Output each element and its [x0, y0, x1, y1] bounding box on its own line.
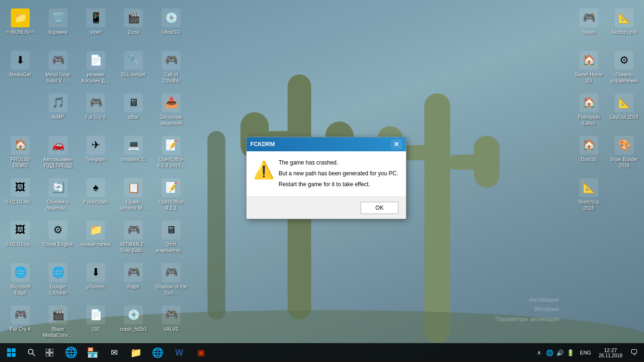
desktop-icon-stylebuilder[interactable]: 🎨Style Builder 2016: [606, 132, 642, 174]
desktop-icon-desktop0b[interactable]: 🖼0-02-01-ca…: [2, 217, 38, 259]
steam-label: Steam: [582, 29, 596, 35]
desktop-icon-novayapapka[interactable]: 📁Новая папка: [78, 217, 114, 259]
desktop-icon-dllhelper[interactable]: 🔧DLL Helper: [116, 47, 151, 90]
desktop-icon-korzina[interactable]: 🗑️Корзина: [40, 5, 76, 47]
desktop-icon-desktop0[interactable]: 🖼0-02-01-4d…: [2, 174, 38, 217]
desktop-icon-telegram[interactable]: ✈Telegram: [78, 132, 114, 174]
layout2016-icon: 📐: [615, 93, 634, 112]
dllhelper-label: DLL Helper: [121, 72, 146, 78]
system-tray-icons: 🌐 🔊 🔋: [544, 343, 576, 362]
aimp-label: AIMP: [52, 114, 64, 120]
desktop-icon-pokerstars[interactable]: ♠PokerStars: [78, 174, 114, 217]
language-indicator[interactable]: ENG: [577, 343, 594, 362]
task-view-button[interactable]: [41, 343, 58, 362]
steam-icon: 🎮: [579, 8, 598, 27]
dialog-ok-button[interactable]: OK: [361, 202, 398, 214]
desktop-icon-hitman2[interactable]: 🎮HITMAN 2 - Gold Editi…: [116, 217, 151, 259]
system-tray-overflow[interactable]: ∧: [535, 343, 543, 362]
desktop-icon-raptr[interactable]: 🎮Raptr: [116, 259, 151, 302]
network-icon[interactable]: 🌐: [546, 349, 553, 356]
volume-icon[interactable]: 🔊: [556, 349, 564, 356]
desktop-icon-zona[interactable]: 🎬Zona: [116, 5, 151, 47]
desktop-icon-crashht2b1[interactable]: 💿crash_ht2b1: [116, 302, 151, 344]
sketchup2016-label: SketchUp 2016: [573, 199, 605, 211]
ultraiso-label: UltraISO: [162, 29, 181, 35]
desktop0b-label: 0-02-01-ca…: [6, 241, 34, 247]
etotkomputer-label: Этот компьютер…: [155, 241, 187, 253]
korzina-label: Корзина: [49, 29, 67, 35]
desktop-icon-msedge[interactable]: 🌐Microsoft Edge: [2, 259, 38, 302]
taskbar-explorer[interactable]: 📁: [125, 343, 146, 362]
desktop-icon-steam[interactable]: 🎮Steam: [571, 5, 607, 47]
desktop-icon-farcry5[interactable]: 🎮Far Cry 5: [78, 90, 114, 132]
desktop-icon-metalgear[interactable]: 🎮Metal Gear Solid V -…: [40, 47, 76, 90]
desktop-icon-callofcthulhu[interactable]: 🎮Call of Cthulhu: [153, 47, 189, 90]
desktop-icon-openoffice413[interactable]: 📝OpenOffice 4.1.3 (ru) I…: [153, 132, 189, 174]
desktop-icon-192[interactable]: 📄192: [78, 302, 114, 344]
raptr-icon: 🎮: [124, 263, 143, 282]
desktop-icon-prays[interactable]: 📋Прайс каталог М…: [116, 174, 151, 217]
taskbar-app[interactable]: ▣: [190, 343, 211, 362]
desktop-icon-utorrent[interactable]: ⬇µTorrent: [78, 259, 114, 302]
desktop-icon-viber[interactable]: 📱Viber: [78, 5, 114, 47]
dialog-titlebar[interactable]: FCKDRM ✕: [247, 137, 406, 151]
novayapapka-label: Новая папка: [81, 241, 110, 247]
stylebuilder-label: Style Builder 2016: [608, 156, 640, 168]
desktop-icon-bonus[interactable]: 📁==BONUS==: [2, 5, 38, 47]
desktop-icon-layout2016[interactable]: 📐LayOut 2016: [606, 90, 642, 132]
sketchup8-label: SketchUp 8: [611, 29, 637, 35]
zona-icon: 🎬: [124, 8, 143, 27]
desktop-icon-ubar[interactable]: 🖥uBar: [116, 90, 151, 132]
msedge-icon: 🌐: [11, 263, 30, 282]
clock-time: 12:27: [604, 347, 617, 353]
svg-rect-5: [424, 93, 450, 343]
notification-button[interactable]: 🗨: [627, 343, 641, 362]
avtoexzamen-icon: 🚗: [49, 136, 67, 155]
start-button[interactable]: [0, 343, 23, 362]
desktop-icon-ultraiso[interactable]: 💿UltraISO: [153, 5, 189, 47]
rezyume-label: резюме Косухин Д…: [80, 72, 112, 83]
desktop-icon-avtoexzamen[interactable]: 🚗Автоэкзамен ПДД ГИБДД: [40, 132, 76, 174]
desktop-icon-etotkomputer[interactable]: 🖥Этот компьютер…: [153, 217, 189, 259]
desktop-icon-cheatengine[interactable]: ⚙Cheat Engine: [40, 217, 76, 259]
svg-rect-8: [448, 155, 500, 170]
svg-point-16: [28, 349, 33, 354]
hitman2-label: HITMAN 2 - Gold Editi…: [117, 241, 149, 253]
task-view-icon: [46, 349, 53, 356]
dialog-close-button[interactable]: ✕: [391, 139, 402, 149]
desktop-icon-pro100[interactable]: 🏠PRO100 DEMO: [2, 132, 38, 174]
desktop-icon-aimp[interactable]: 🎵AIMP: [40, 90, 76, 132]
raptr-label: Raptr: [127, 284, 140, 290]
desktop-icon-panelupr[interactable]: ⚙Панель управления: [606, 47, 642, 90]
desktop-icon-chrome[interactable]: 🌐Google Chrome: [40, 259, 76, 302]
desktop-icon-openoffice413b[interactable]: 📝OpenOffice 4.1.3: [153, 174, 189, 217]
desktop-icon-farcry4[interactable]: 🎮Far Cry 4: [2, 302, 38, 344]
dllhelper-icon: 🔧: [124, 51, 143, 70]
battery-icon[interactable]: 🔋: [567, 349, 574, 356]
desktop-icon-dom3d[interactable]: 🏠Dom3d: [571, 132, 607, 174]
desktop-icon-blaze[interactable]: 🎬Blaze MediaConv…: [40, 302, 76, 344]
desktop-icon-installercc[interactable]: 💻InstallerCC: [116, 132, 151, 174]
activation-watermark: Активация Windows Параметры активации: [495, 295, 559, 324]
stylebuilder-icon: 🎨: [615, 136, 634, 155]
desktop-icon-planoplan[interactable]: 🏠Planoplan Editor: [571, 90, 607, 132]
desktop-icon-sketchup2016[interactable]: 📐SketchUp 2016: [571, 174, 607, 217]
desktop-icon-sweethome3d[interactable]: 🏠Sweet Home 3D: [571, 47, 607, 90]
taskbar-store[interactable]: 🏪: [82, 343, 103, 362]
desktop-icon-sketchup8[interactable]: 📐SketchUp 8: [606, 5, 642, 47]
desktop-icon-zagruzchik[interactable]: 📥Загрузчик лицензий: [153, 90, 189, 132]
search-button[interactable]: [23, 343, 41, 362]
taskbar-chrome[interactable]: 🌐: [147, 343, 168, 362]
desktop-icon-rezyume[interactable]: 📄резюме Косухин Д…: [78, 47, 114, 90]
openoffice413b-icon: 📝: [162, 178, 181, 197]
taskbar-edge[interactable]: 🌐: [60, 343, 81, 362]
desktop-icon-shadowoftom[interactable]: 🎮Shadow of the Tom…: [153, 259, 189, 302]
desktop-icon-mediaget[interactable]: ⬇MediaGet: [2, 47, 38, 90]
taskbar-word[interactable]: W: [169, 343, 190, 362]
zagruzchik-icon: 📥: [162, 93, 181, 112]
taskbar-mail[interactable]: ✉: [104, 343, 124, 362]
svg-rect-13: [12, 348, 16, 352]
desktop-icon-valve[interactable]: 🎮VALVE: [153, 302, 189, 344]
system-clock[interactable]: 12:27 26.11.2018: [595, 347, 626, 358]
desktop-icon-obnovit[interactable]: 🔄Обновить лицензи…: [40, 174, 76, 217]
